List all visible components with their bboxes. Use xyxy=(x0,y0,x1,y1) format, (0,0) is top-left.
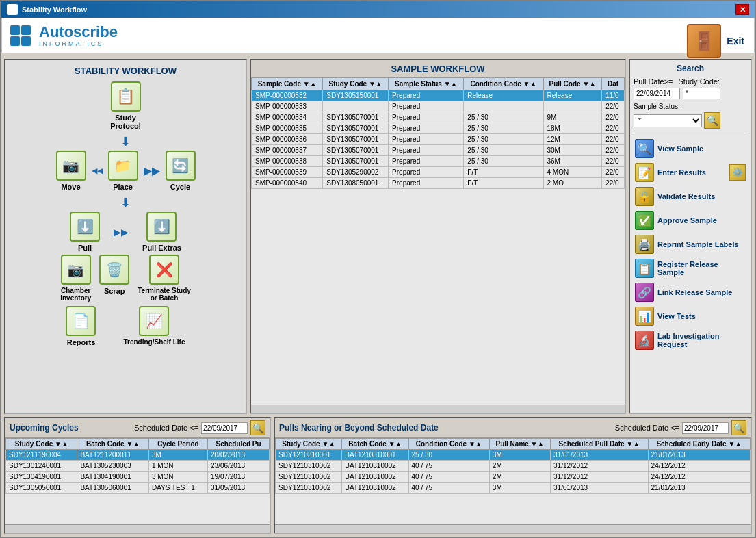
upcoming-cycles-panel: Upcoming Cycles Scheduled Date <= 🔍 Stud… xyxy=(4,417,271,534)
upcoming-table-row[interactable]: SDY1211190004BAT12112000113M20/02/2013 xyxy=(6,450,270,461)
upcoming-cycles-header: Upcoming Cycles Scheduled Date <= 🔍 xyxy=(5,418,270,438)
search-divider xyxy=(634,133,747,133)
workflow-terminate[interactable]: ❌ Terminate Studyor Batch xyxy=(138,255,191,302)
reports-icon: 📄 xyxy=(66,306,96,336)
close-button[interactable]: ✕ xyxy=(735,4,749,15)
upcoming-table-row[interactable]: SDY1305050001BAT1305060001DAYS TEST 131/… xyxy=(6,483,270,494)
validate-results-btn[interactable]: 🔒 Validate Results xyxy=(634,185,747,207)
up-col-study-code: Study Code ▼▲ xyxy=(6,439,77,450)
workflow-study-protocol[interactable]: 📋 StudyProtocol xyxy=(110,81,141,130)
view-tests-label: View Tests xyxy=(657,312,696,320)
reprint-labels-btn[interactable]: 🖨️ Reprint Sample Labels xyxy=(634,233,747,255)
workflow-chamber-inventory[interactable]: 📷 ChamberInventory xyxy=(60,255,91,302)
sample-table-scrollbar[interactable] xyxy=(251,405,625,413)
pulls-nearing-panel: Pulls Nearing or Beyond Scheduled Date S… xyxy=(274,417,752,534)
pulls-table-row[interactable]: SDY1210310001BAT121031000125 / 303M31/01… xyxy=(276,450,751,461)
up-col-cycle: Cycle Period xyxy=(148,439,207,450)
pull-label: Pull xyxy=(78,244,92,252)
sample-table-row[interactable]: SMP-000000532SDY1305150001PreparedReleas… xyxy=(252,90,625,101)
workflow-trending[interactable]: 📈 Trending/Shelf Life xyxy=(123,306,185,346)
app-icon xyxy=(7,4,18,15)
validate-results-label: Validate Results xyxy=(657,192,715,201)
workflow-place[interactable]: 📁 Place xyxy=(108,151,138,191)
upcoming-table-row[interactable]: SDY1301240001BAT13052300031 MON23/06/201… xyxy=(6,461,270,472)
pulls-nearing-header: Pulls Nearing or Beyond Scheduled Date S… xyxy=(275,418,751,438)
workflow-cycle[interactable]: 🔄 Cycle xyxy=(166,151,196,191)
sample-table-row[interactable]: SMP-000000536SDY1305070001Prepared25 / 3… xyxy=(252,134,625,145)
pulls-date-input[interactable] xyxy=(682,422,729,434)
sample-status-select[interactable]: * Prepared Released xyxy=(634,114,702,127)
upcoming-scheduled-label: Scheduled Date <= xyxy=(134,424,198,432)
title-bar-left: Stability Workflow xyxy=(7,4,87,15)
col-condition-code: Condition Code ▼▲ xyxy=(464,78,543,90)
sample-table-row[interactable]: SMP-000000539SDY1305290002PreparedF/T4 M… xyxy=(252,167,625,178)
pulls-table-row[interactable]: SDY1210310002BAT121031000240 / 752M31/12… xyxy=(276,472,751,483)
cycle-label: Cycle xyxy=(170,183,190,191)
scrap-label: Scrap xyxy=(104,287,125,295)
search-go-button[interactable]: 🔍 xyxy=(704,112,720,129)
sample-table-row[interactable]: SMP-000000538SDY1305070001Prepared25 / 3… xyxy=(252,156,625,167)
lab-investigation-label: Lab Investigation Request xyxy=(657,332,746,348)
sample-table-row[interactable]: SMP-000000537SDY1305070001Prepared25 / 3… xyxy=(252,145,625,156)
upcoming-scrollbar[interactable] xyxy=(5,524,270,533)
upcoming-table-row[interactable]: SDY1304190001BAT13041900013 MON19/07/201… xyxy=(6,472,270,483)
pulls-nearing-title: Pulls Nearing or Beyond Scheduled Date xyxy=(279,423,439,433)
workflow-scrap[interactable]: 🗑️ Scrap xyxy=(99,255,129,295)
pull-arrows: ▶▶ xyxy=(114,227,129,238)
pulls-table-row[interactable]: SDY1210310002BAT121031000240 / 752M31/12… xyxy=(276,461,751,472)
chamber-inventory-label: ChamberInventory xyxy=(60,287,91,302)
upcoming-search-btn[interactable]: 🔍 xyxy=(250,420,265,435)
upcoming-table-container[interactable]: Study Code ▼▲ Batch Code ▼▲ Cycle Period… xyxy=(5,438,270,524)
workflow-pull-extras[interactable]: ⬇️ Pull Extras xyxy=(142,212,181,252)
pulls-search-btn[interactable]: 🔍 xyxy=(731,420,746,435)
enter-results-icon: 📝 xyxy=(635,163,654,182)
pull-extras-icon: ⬇️ xyxy=(146,212,177,242)
pulls-scrollbar[interactable] xyxy=(275,524,751,533)
col-sample-code: Sample Code ▼▲ xyxy=(252,78,323,90)
enter-results-settings[interactable]: ⚙️ xyxy=(729,164,746,181)
enter-results-label: Enter Results xyxy=(657,168,706,177)
register-release-btn[interactable]: 📋 Register Release Sample xyxy=(634,257,747,279)
col-study-code: Study Code ▼▲ xyxy=(323,78,389,90)
study-code-input[interactable] xyxy=(683,88,720,99)
workflow-pull[interactable]: ⬇️ Pull xyxy=(70,212,100,252)
reports-label: Reports xyxy=(67,338,96,346)
view-sample-icon: 🔍 xyxy=(635,139,654,158)
workflow-reports[interactable]: 📄 Reports xyxy=(66,306,96,346)
sample-table-row[interactable]: SMP-000000533Prepared22/0 xyxy=(252,101,625,112)
reprint-labels-icon: 🖨️ xyxy=(635,235,654,254)
sample-table-row[interactable]: SMP-000000540SDY1308050001PreparedF/T2 M… xyxy=(252,178,625,189)
validate-results-icon: 🔒 xyxy=(635,187,654,206)
study-code-label: Study Code: xyxy=(678,77,720,86)
view-tests-btn[interactable]: 📊 View Tests xyxy=(634,305,747,327)
upcoming-date-input[interactable] xyxy=(201,422,248,434)
link-release-btn[interactable]: 🔗 Link Release Sample xyxy=(634,281,747,303)
pull-date-row: Pull Date>= Study Code: xyxy=(634,77,747,86)
search-date-inputs xyxy=(634,88,747,99)
arrow-down-2: ⬇ xyxy=(11,195,240,210)
upcoming-cycles-title: Upcoming Cycles xyxy=(10,423,79,433)
register-release-icon: 📋 xyxy=(635,259,654,278)
lab-investigation-icon: 🔬 xyxy=(635,331,654,350)
pull-icon: ⬇️ xyxy=(70,212,100,242)
sample-table: Sample Code ▼▲ Study Code ▼▲ Sample Stat… xyxy=(251,77,625,189)
up-col-scheduled: Scheduled Pu xyxy=(207,439,269,450)
pull-date-label: Pull Date>= xyxy=(634,77,673,86)
exit-label: Exit xyxy=(727,36,744,47)
pulls-table-row[interactable]: SDY1210310002BAT121031000240 / 753M31/01… xyxy=(276,483,751,494)
pu-col-scheduled-pull: Scheduled Pull Date ▼▲ xyxy=(551,439,649,450)
sample-table-row[interactable]: SMP-000000535SDY1305070001Prepared25 / 3… xyxy=(252,123,625,134)
sample-table-row[interactable]: SMP-000000534SDY1305070001Prepared25 / 3… xyxy=(252,112,625,123)
workflow-move[interactable]: 📷 Move xyxy=(56,151,86,191)
register-release-label: Register Release Sample xyxy=(657,260,746,277)
lab-investigation-btn[interactable]: 🔬 Lab Investigation Request xyxy=(634,329,747,351)
exit-icon-button[interactable]: 🚪 xyxy=(687,24,721,58)
pulls-table-container[interactable]: Study Code ▼▲ Batch Code ▼▲ Condition Co… xyxy=(275,438,751,524)
view-sample-btn[interactable]: 🔍 View Sample xyxy=(634,138,747,159)
approve-sample-btn[interactable]: ✅ Approve Sample xyxy=(634,209,747,231)
enter-results-btn[interactable]: 📝 Enter Results ⚙️ xyxy=(634,162,747,183)
pull-date-input[interactable] xyxy=(634,88,680,99)
sample-table-container[interactable]: Sample Code ▼▲ Study Code ▼▲ Sample Stat… xyxy=(251,77,625,405)
window-title: Stability Workflow xyxy=(22,5,87,14)
scrap-icon: 🗑️ xyxy=(99,255,129,285)
